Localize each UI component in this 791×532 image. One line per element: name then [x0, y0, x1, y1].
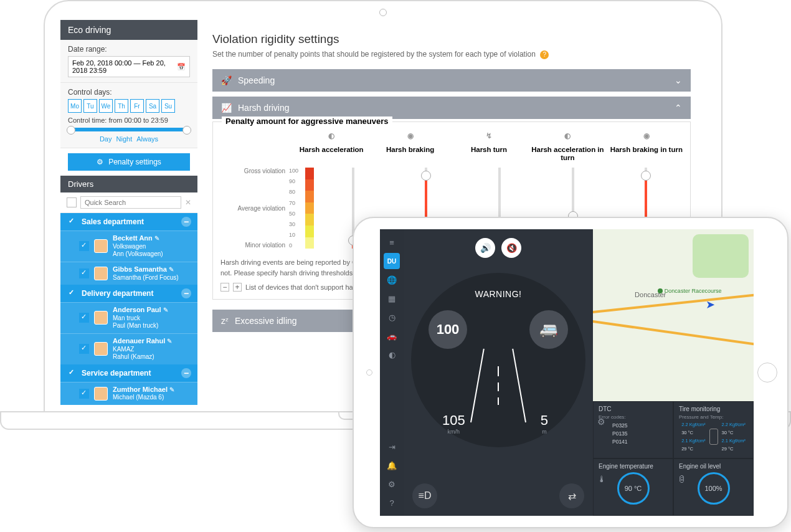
idle-icon: zᶻ	[221, 316, 229, 326]
edit-icon[interactable]: ✎	[163, 306, 168, 313]
collapse-icon[interactable]: −	[181, 217, 191, 227]
headlight-button[interactable]: ≡D	[412, 483, 437, 508]
help-icon[interactable]: ?	[540, 50, 549, 59]
widget-engine-temp[interactable]: Engine temperature 🌡 90 °C	[593, 458, 673, 516]
gear-icon[interactable]: ⚙	[384, 476, 400, 492]
sound-off-button[interactable]: 🔇	[501, 238, 521, 258]
driver-row[interactable]: Anderson Paul ✎ Man truck Paul (Man truc…	[60, 302, 197, 333]
collision-icon: 🚐	[529, 310, 568, 349]
clock-icon[interactable]: ◷	[384, 309, 400, 325]
speed-limit-sign: 100	[429, 310, 467, 349]
day-fr[interactable]: Fr	[130, 99, 144, 113]
widget-sub: Error codes:	[599, 414, 668, 420]
globe-icon[interactable]: 🌐	[384, 272, 400, 288]
accordion-harsh-driving[interactable]: 📈 Harsh driving ⌃	[212, 97, 691, 119]
day-tu[interactable]: Tu	[83, 99, 97, 113]
penalty-settings-button[interactable]: ⚙ Penalty settings	[68, 153, 190, 171]
control-days-label: Control days:	[68, 88, 190, 97]
driver-sub2: Ann (Volkswagen)	[113, 250, 163, 259]
widget-tire[interactable]: Tire monitoring Pressure and Temp: 2.2 K…	[673, 401, 754, 458]
driver-checkbox[interactable]	[79, 241, 89, 251]
dept-label: Sales department	[82, 217, 144, 226]
dist-unit: m	[541, 429, 548, 435]
widget-title: DTC	[599, 406, 668, 412]
collapse-icon[interactable]: −	[181, 368, 191, 378]
widget-title: Engine temperature	[599, 463, 668, 470]
menu-icon[interactable]: ≡	[384, 234, 400, 250]
col-harsh-turn: ↯Harsh turn	[453, 132, 525, 163]
date-range-input[interactable]: Feb 20, 2018 00:00 — Feb 20, 2018 23:59 …	[68, 56, 190, 77]
logout-icon[interactable]: ⇥	[384, 439, 400, 455]
driver-checkbox[interactable]	[79, 268, 89, 278]
minus-icon: −	[220, 283, 229, 292]
clear-icon[interactable]: ✕	[185, 198, 191, 207]
accordion-speeding[interactable]: 🚀 Speeding ⌄	[212, 69, 691, 92]
dept-checkbox[interactable]	[67, 217, 77, 227]
dept-checkbox[interactable]	[67, 288, 77, 298]
driver-search-input[interactable]	[80, 196, 181, 209]
edit-icon[interactable]: ✎	[154, 235, 159, 242]
label-avg: Average violation	[220, 205, 285, 212]
edit-icon[interactable]: ✎	[169, 386, 174, 393]
swap-button[interactable]: ⇄	[559, 483, 584, 508]
driver-checkbox[interactable]	[79, 313, 89, 323]
driver-row[interactable]: Zumthor Michael ✎ Michael (Mazda 6)	[60, 382, 197, 405]
nav-du[interactable]: DU	[384, 253, 400, 269]
driver-name: Adenauer Rahul	[113, 337, 165, 344]
edit-icon[interactable]: ✎	[169, 266, 174, 273]
color-scale-bar	[305, 168, 314, 249]
driver-sub1: Man truck	[113, 315, 168, 323]
widgets-grid: DTC Error codes: ⚙ P0325 P0135 P0141 Tir…	[593, 401, 754, 516]
maneuver-headers: ◐Harsh acceleration ◉Harsh braking ↯Hars…	[295, 132, 683, 163]
avatar	[94, 267, 108, 280]
sound-on-button[interactable]: 🔊	[475, 238, 495, 258]
bell-icon[interactable]: 🔔	[384, 457, 400, 473]
dept-delivery[interactable]: Delivery department −	[60, 285, 197, 302]
widget-dtc[interactable]: DTC Error codes: ⚙ P0325 P0135 P0141	[593, 401, 673, 458]
driver-name: Beckett Ann	[113, 234, 153, 242]
day-th[interactable]: Th	[115, 99, 128, 113]
control-time-label: Control time: from 00:00 to 23:59	[68, 116, 190, 124]
driver-text: Gibbs Samantha ✎ Samantha (Ford Focus)	[113, 265, 179, 282]
driver-row[interactable]: Beckett Ann ✎ Volkswagen Ann (Volkswagen…	[60, 230, 197, 262]
driver-row[interactable]: Adenauer Rahul ✎ KAMAZ Rahul (Kamaz)	[60, 333, 197, 364]
driver-row[interactable]: Gibbs Samantha ✎ Samantha (Ford Focus)	[60, 262, 197, 285]
chart-icon[interactable]: ▦	[384, 290, 400, 306]
map-poi-label: Doncaster Racecourse	[658, 288, 722, 294]
avatar	[94, 342, 108, 356]
widget-oil[interactable]: Engine oil level 🛢 100%	[673, 458, 754, 516]
driver-checkbox[interactable]	[79, 344, 89, 354]
car-icon[interactable]: 🚗	[384, 328, 400, 344]
gauge-icon: ◐	[326, 132, 337, 143]
select-all-checkbox[interactable]	[67, 197, 77, 207]
time-range-slider[interactable]	[68, 128, 190, 131]
harsh-icon: 📈	[221, 103, 232, 113]
dept-sales[interactable]: Sales department −	[60, 213, 197, 230]
map-view[interactable]: Doncaster Doncaster Racecourse ➤	[593, 229, 754, 401]
driver-checkbox[interactable]	[79, 389, 89, 399]
calendar-icon: 📅	[177, 63, 186, 71]
penalty-settings-label: Penalty settings	[108, 158, 161, 166]
day-su[interactable]: Su	[161, 99, 175, 113]
drivers-header: Drivers	[60, 176, 197, 192]
dept-checkbox[interactable]	[67, 368, 77, 378]
mode-day[interactable]: Day	[100, 135, 112, 143]
turn-icon: ↯	[483, 132, 495, 143]
dept-service[interactable]: Service department −	[60, 364, 197, 382]
tablet-screen: ≡ DU 🌐 ▦ ◷ 🚗 ◐ ⇥ 🔔 ⚙ ? 🔊 🔇 WARNING! 100 …	[380, 229, 754, 516]
mode-always[interactable]: Always	[136, 135, 158, 143]
day-sa[interactable]: Sa	[146, 99, 159, 113]
page-subtitle: Set the number of penalty points that sh…	[212, 50, 691, 59]
chevron-up-icon: ⌃	[675, 103, 682, 113]
oil-gauge: 100%	[698, 472, 730, 505]
collapse-icon[interactable]: −	[181, 288, 191, 298]
mode-night[interactable]: Night	[116, 135, 133, 143]
day-mo[interactable]: Mo	[68, 99, 82, 113]
dash-icon[interactable]: ◐	[384, 346, 400, 363]
help-icon[interactable]: ?	[384, 495, 400, 511]
tablet-nav: ≡ DU 🌐 ▦ ◷ 🚗 ◐ ⇥ 🔔 ⚙ ?	[380, 229, 404, 516]
edit-icon[interactable]: ✎	[167, 338, 172, 344]
car-outline-icon	[709, 429, 718, 445]
speed-readout: 105 km/h	[442, 412, 465, 435]
day-we[interactable]: We	[99, 99, 113, 113]
